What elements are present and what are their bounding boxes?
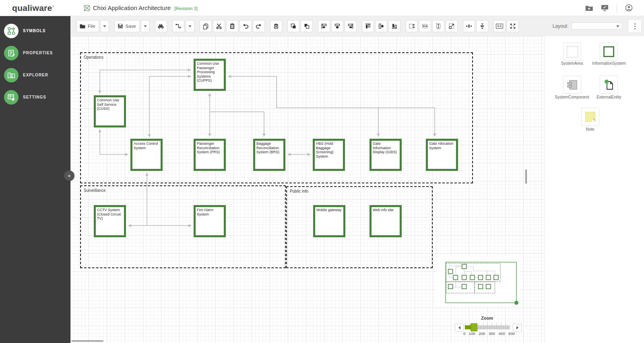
horizontal-scrollbar-thumb[interactable] [71, 340, 103, 342]
minimap-preview [436, 257, 520, 306]
align-middle-button[interactable] [375, 20, 387, 32]
diagram-canvas[interactable]: Operations Surveillance Public info [70, 36, 544, 343]
align-bottom-button[interactable] [388, 20, 400, 32]
zoom-tick: 200 [479, 331, 485, 336]
redo-button[interactable] [253, 20, 265, 32]
dropdown-caret-icon [103, 25, 106, 27]
align-top-button[interactable] [362, 20, 374, 32]
palette-item-label: InformationSystem [592, 61, 625, 66]
node-access-control[interactable]: Access Control System [130, 139, 163, 171]
node-mobile-gateway[interactable]: Mobile gateway [313, 205, 345, 237]
distribute-vertical-button[interactable] [476, 20, 488, 32]
distribute-horizontal-icon [466, 23, 472, 29]
palette-item-note[interactable] [581, 108, 599, 126]
zoom-tick-labels: 0 100 200 300 400 500 [463, 331, 515, 336]
zoom-tick: 100 [469, 331, 475, 336]
node-brs[interactable]: Baggage Reconciliation System (BRS) [253, 139, 285, 171]
node-fire-alarm[interactable]: Fire Alarm System [194, 205, 226, 237]
sidebar-item-settings[interactable]: SETTINGS [0, 88, 70, 106]
page-title: Chixi Application Architecture [93, 4, 171, 11]
system-component-symbol-icon [566, 79, 578, 91]
send-to-back-button[interactable] [301, 20, 313, 32]
palette-item-system-area[interactable] [563, 43, 581, 61]
node-web-info-site[interactable]: Web info site [369, 205, 402, 237]
area-label: Surveillance [84, 188, 105, 193]
node-label: Passenger Reconciliation System (PRS) [197, 142, 223, 154]
file-dropdown-button[interactable] [100, 20, 109, 32]
minimap-viewport[interactable] [446, 262, 516, 303]
match-height-outside-icon [409, 23, 415, 29]
revision-badge: [Revision 3] [174, 6, 197, 11]
align-right-button[interactable] [345, 20, 357, 32]
logo-text: qualiware [12, 3, 52, 12]
information-system-symbol-icon [603, 46, 614, 57]
vertical-scrollbar-thumb[interactable] [525, 169, 527, 184]
connector-style-button[interactable] [172, 20, 184, 32]
sidebar-item-label: SYMBOLS [23, 29, 45, 33]
node-gate-allocation[interactable]: Gate Allocation System [426, 139, 458, 171]
align-top-icon [365, 23, 371, 29]
system-area-symbol-icon [567, 46, 578, 58]
align-left-icon [321, 23, 327, 29]
more-options-button[interactable] [628, 19, 642, 33]
sidebar-item-label: SETTINGS [23, 95, 46, 99]
zoom-one-to-one-button[interactable]: 1:1 [493, 20, 506, 32]
sidebar: SYMBOLS PROPERTIES EXPLORER [0, 16, 70, 343]
bring-to-front-button[interactable] [287, 20, 299, 32]
save-dropdown-button[interactable] [141, 20, 150, 32]
resize-button[interactable] [446, 20, 458, 32]
distribute-horizontal-button[interactable] [463, 20, 475, 32]
account-icon[interactable] [625, 4, 633, 12]
match-height-outside-button[interactable] [406, 20, 418, 32]
arrow-left-icon [458, 326, 460, 329]
sidebar-item-properties[interactable]: PROPERTIES [0, 44, 70, 62]
node-cctv[interactable]: CCTV System (Closed Circuit TV) [94, 205, 126, 237]
palette-item-external-entity[interactable] [600, 76, 618, 94]
align-middle-icon [378, 23, 384, 29]
sidebar-item-label: EXPLORER [23, 73, 48, 77]
save-button[interactable]: Save [114, 20, 140, 32]
sidebar-item-explorer[interactable]: EXPLORER [0, 66, 70, 84]
cut-button[interactable] [213, 20, 225, 32]
zoom-slider-thumb[interactable] [471, 323, 477, 331]
align-left-button[interactable] [318, 20, 330, 32]
qualiware-logo[interactable]: qualiware® [12, 3, 55, 13]
sidebar-item-symbols[interactable]: SYMBOLS [0, 22, 70, 40]
minimap-resize-handle[interactable] [514, 301, 518, 305]
external-entity-symbol-icon [603, 79, 615, 91]
undo-icon [242, 23, 249, 29]
fit-to-screen-button[interactable] [507, 20, 519, 32]
zoom-out-button[interactable] [455, 324, 464, 332]
node-gids[interactable]: Gate Information Display (GIDS) [369, 139, 402, 171]
align-center-button[interactable] [331, 20, 343, 32]
system-area-public-info[interactable]: Public info [286, 186, 433, 268]
bring-to-front-icon [290, 23, 297, 29]
zoom-in-button[interactable] [513, 324, 522, 332]
node-prs[interactable]: Passenger Reconciliation System (PRS) [194, 139, 226, 171]
sidebar-collapse-button[interactable]: « [64, 170, 74, 181]
undo-button[interactable] [239, 20, 252, 32]
connector-dropdown-button[interactable] [186, 20, 194, 32]
palette-item-system-component[interactable] [563, 76, 581, 94]
match-height-button[interactable] [432, 20, 444, 32]
minimap[interactable] [436, 257, 520, 306]
palette-item-label: SystemComponent [555, 95, 589, 99]
match-width-button[interactable] [419, 20, 431, 32]
presentation-monitor-icon[interactable] [601, 4, 609, 11]
node-cupps[interactable]: Common Use Passenger Processing Systems … [194, 59, 226, 91]
node-cuss[interactable]: Common Use Self Service (CUSS) [94, 95, 126, 127]
repository-folder-icon[interactable] [585, 5, 593, 11]
file-button[interactable]: File [76, 20, 99, 32]
node-hbs[interactable]: HBS (Hold Baggage Screening) System [313, 139, 345, 171]
palette-item-information-system[interactable] [600, 43, 618, 61]
zoom-tick: 400 [499, 331, 505, 336]
zoom-slider-track[interactable] [465, 325, 510, 329]
copy-button[interactable] [200, 20, 212, 32]
dropdown-caret-icon [616, 25, 619, 27]
copy-icon [202, 23, 209, 29]
find-button[interactable] [155, 20, 167, 32]
node-label: CCTV System (Closed Circuit TV) [97, 208, 123, 221]
paste-button[interactable] [226, 20, 238, 32]
layout-select[interactable] [572, 23, 622, 30]
delete-button[interactable] [270, 20, 282, 32]
